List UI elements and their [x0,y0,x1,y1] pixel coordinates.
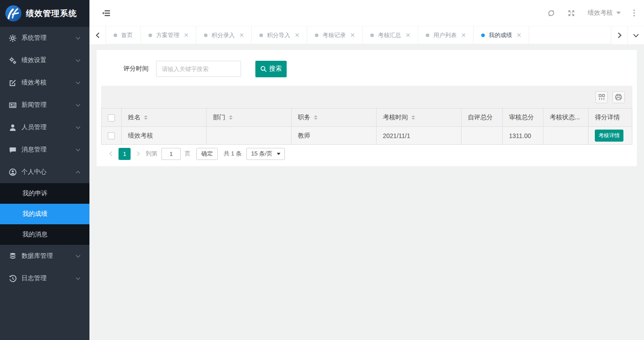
tab-plan-management[interactable]: 方案管理 [141,26,196,44]
sidebar-item-database-management[interactable]: 数据库管理 [0,245,89,267]
sidebar-item-personal-center[interactable]: 个人中心 [0,161,89,183]
gears-icon [9,57,17,64]
fullscreen-icon [568,9,575,17]
page-size-select[interactable]: 15 条/页 [246,148,285,160]
page-1-button[interactable]: 1 [119,148,131,160]
cell-name: 绩效考核 [122,127,207,145]
tab-close-button[interactable] [184,33,188,37]
chevron-down-icon [76,124,80,129]
topbar-actions: 绩效考核 [547,9,635,17]
tab-my-scores[interactable]: 我的成绩 [474,26,529,44]
sidebar-item-label: 绩效考核 [21,79,76,87]
sidebar-item-performance-assessment[interactable]: 绩效考核 [0,71,89,94]
column-label: 自评总分 [468,113,493,121]
tab-close-button[interactable] [351,33,355,37]
column-header-self-score: 自评总分 [462,109,503,127]
chevron-down-icon [76,57,80,62]
column-label: 考核时间 [383,113,408,122]
sidebar-item-message-management[interactable]: 消息管理 [0,139,89,161]
sort-icon[interactable] [411,115,415,120]
assessment-details-button[interactable]: 考核详情 [595,130,623,142]
cell-department [207,127,292,145]
tabs-scroll-right-button[interactable] [611,26,627,44]
tab-label: 积分录入 [212,31,235,39]
total-records-label: 共 1 条 [224,150,242,158]
search-input[interactable] [156,61,241,77]
sidebar-item-my-appeals[interactable]: 我的申诉 [0,183,89,204]
more-options-button[interactable] [633,9,635,17]
user-icon [9,124,17,131]
select-all-checkbox[interactable] [108,114,115,122]
tab-close-button[interactable] [406,33,410,37]
column-header-score-details: 得分详情 [589,109,632,127]
tab-assessment-summary[interactable]: 考核汇总 [363,26,418,44]
cell-position: 教师 [292,127,377,145]
sidebar-item-label: 新闻管理 [21,101,76,109]
sort-icon[interactable] [144,115,148,120]
tab-label: 考核汇总 [378,31,401,39]
sidebar-item-system-management[interactable]: 系统管理 [0,27,89,49]
edit-icon [9,79,17,87]
sidebar: 绩效管理系统 系统管理 [0,0,89,340]
tab-close-button[interactable] [240,33,244,37]
close-icon [406,33,410,37]
table-toolbar [101,86,632,108]
sort-icon[interactable] [314,115,318,120]
previous-page-button[interactable] [107,151,114,156]
print-button[interactable] [612,91,625,103]
my-scores-panel: 评分时间 搜索 [97,50,637,166]
column-header-assessment-time[interactable]: 考核时间 [377,109,462,127]
columns-toggle-button[interactable] [595,91,608,103]
column-header-review-score: 审核总分 [503,109,543,127]
search-button-label: 搜索 [269,65,282,73]
sidebar-item-performance-settings[interactable]: 绩效设置 [0,49,89,71]
tabs-menu-button[interactable] [627,26,644,44]
tab-assessment-records[interactable]: 考核记录 [307,26,363,44]
app-title: 绩效管理系统 [26,8,77,19]
column-label: 职务 [298,113,310,122]
tab-score-entry[interactable]: 积分录入 [196,26,252,44]
submenu-item-label: 我的申诉 [22,189,47,197]
sidebar-item-label: 系统管理 [21,34,76,42]
caret-down-icon [616,12,621,14]
tab-label: 首页 [121,31,133,39]
tab-dot-icon [481,34,485,37]
sidebar-menu: 系统管理 绩效设置 [0,27,89,340]
page-content: 评分时间 搜索 [89,44,644,340]
chevron-down-icon [76,102,80,106]
sidebar-item-personnel-management[interactable]: 人员管理 [0,116,89,139]
fullscreen-button[interactable] [568,9,575,17]
collapse-sidebar-button[interactable] [102,10,110,17]
sidebar-item-my-scores[interactable]: 我的成绩 [0,204,89,224]
tab-close-button[interactable] [295,33,299,37]
search-button[interactable]: 搜索 [255,61,287,77]
tab-score-import[interactable]: 积分导入 [252,26,307,44]
confirm-page-button[interactable]: 确定 [196,148,218,160]
next-page-button[interactable] [135,151,142,156]
columns-icon [598,94,605,101]
cell-score-details: 考核详情 [589,127,632,145]
sidebar-item-label: 数据库管理 [21,252,76,260]
personal-center-submenu: 我的申诉 我的成绩 我的消息 [0,183,89,245]
topbar: 绩效考核 [89,0,644,26]
chevron-down-icon [76,35,80,39]
chevron-up-icon [76,171,80,175]
sort-icon[interactable] [229,115,233,120]
sidebar-item-news-management[interactable]: 新闻管理 [0,94,89,116]
tab-close-button[interactable] [517,33,521,37]
column-header-department[interactable]: 部门 [207,109,292,127]
goto-page-input[interactable] [161,148,181,160]
tab-close-button[interactable] [462,33,466,37]
column-header-position[interactable]: 职务 [292,109,377,127]
tab-user-list[interactable]: 用户列表 [418,26,474,44]
column-header-name[interactable]: 姓名 [122,109,207,127]
tab-dot-icon [204,34,208,37]
sidebar-item-log-management[interactable]: 日志管理 [0,267,89,290]
tab-home[interactable]: 首页 [106,26,141,44]
user-dropdown[interactable]: 绩效考核 [588,9,621,17]
tabs-scroll-left-button[interactable] [89,26,106,44]
row-checkbox[interactable] [108,132,115,139]
refresh-button[interactable] [547,9,555,17]
sidebar-item-my-messages[interactable]: 我的消息 [0,224,89,245]
submenu-item-label: 我的消息 [22,231,47,239]
